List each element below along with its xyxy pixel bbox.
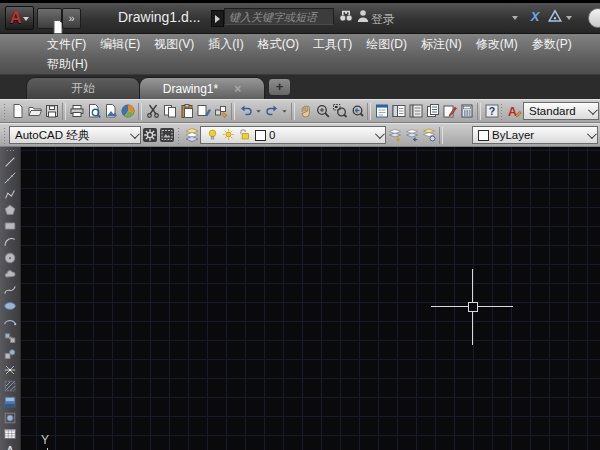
pan-icon[interactable] xyxy=(297,102,314,121)
publish-icon[interactable] xyxy=(102,102,119,121)
viewport-icon[interactable] xyxy=(158,126,175,145)
menu-item-5[interactable]: 工具(T) xyxy=(306,34,359,54)
unlock-icon[interactable] xyxy=(238,128,253,143)
save-icon[interactable] xyxy=(43,102,60,121)
make-block-icon[interactable] xyxy=(1,346,19,362)
signin-dropdown-icon[interactable] xyxy=(512,16,518,23)
menu-item-2[interactable]: 视图(V) xyxy=(147,34,201,54)
ellipse-arc-icon[interactable] xyxy=(1,314,19,330)
workspace-settings-icon[interactable] xyxy=(141,126,158,145)
autodesk-360-icon[interactable] xyxy=(547,8,563,24)
toolbar-grip[interactable] xyxy=(3,103,7,120)
open-icon[interactable] xyxy=(26,102,43,121)
text-style-icon[interactable]: A xyxy=(506,102,523,121)
exchange-apps-icon[interactable]: X xyxy=(527,8,543,24)
workspace-combo[interactable]: AutoCAD 经典 xyxy=(9,126,141,144)
undo-dropdown-icon[interactable] xyxy=(254,102,263,121)
menu-item-7[interactable]: 标注(N) xyxy=(414,34,469,54)
zoom-previous-icon[interactable] xyxy=(348,102,365,121)
drawing-canvas[interactable]: Y xyxy=(21,147,600,450)
text-style-combo[interactable]: Standard xyxy=(523,102,599,120)
markup-manager-icon[interactable] xyxy=(441,102,458,121)
menu-item-4[interactable]: 格式(O) xyxy=(251,34,306,54)
rectangle-icon[interactable] xyxy=(1,218,19,234)
insert-block-icon[interactable] xyxy=(1,330,19,346)
redo-dropdown-icon[interactable] xyxy=(280,102,289,121)
menu-item-help-0[interactable]: 帮助(H) xyxy=(40,54,95,74)
hatch-icon[interactable] xyxy=(1,378,19,394)
color-combo[interactable]: ByLayer xyxy=(472,126,598,144)
toolbar-grip[interactable] xyxy=(6,149,14,153)
properties-icon[interactable] xyxy=(373,102,390,121)
arc-icon[interactable] xyxy=(1,234,19,250)
tab-start[interactable]: 开始 xyxy=(26,77,140,99)
help-icon[interactable]: ? xyxy=(483,102,500,121)
circle-icon[interactable] xyxy=(1,250,19,266)
new-tab-button[interactable]: + xyxy=(268,78,291,96)
table-icon[interactable] xyxy=(1,426,19,442)
plot-icon[interactable] xyxy=(68,102,85,121)
toolbar-grip[interactable] xyxy=(3,127,7,144)
region-icon[interactable] xyxy=(1,410,19,426)
menu-item-3[interactable]: 插入(I) xyxy=(201,34,250,54)
layer-combo[interactable]: 0 xyxy=(200,126,386,144)
chevron-down-icon xyxy=(374,129,384,139)
qat-overflow-button[interactable]: » xyxy=(62,8,81,29)
polygon-icon[interactable] xyxy=(1,202,19,218)
menu-item-0[interactable]: 文件(F) xyxy=(40,34,93,54)
application-menu-button[interactable]: A xyxy=(5,6,34,30)
separator xyxy=(291,103,295,120)
menu-item-1[interactable]: 编辑(E) xyxy=(93,34,147,54)
search-icon[interactable] xyxy=(338,8,354,24)
sun-icon[interactable] xyxy=(222,128,237,143)
plot-preview-icon[interactable] xyxy=(85,102,102,121)
ellipse-icon[interactable] xyxy=(1,298,19,314)
tool-palettes-icon[interactable] xyxy=(407,102,424,121)
text-style-value: Standard xyxy=(529,105,576,117)
user-icon[interactable] xyxy=(355,8,371,24)
construction-line-icon[interactable] xyxy=(1,170,19,186)
layer-properties-icon[interactable] xyxy=(183,126,200,145)
tab-close-icon[interactable]: × xyxy=(234,83,241,95)
redo-icon[interactable] xyxy=(263,102,280,121)
layer-color-swatch[interactable] xyxy=(255,130,266,141)
point-icon[interactable] xyxy=(1,362,19,378)
multiline-text-icon[interactable]: A xyxy=(1,442,19,450)
revision-cloud-icon[interactable] xyxy=(1,266,19,282)
spline-icon[interactable] xyxy=(1,282,19,298)
lightbulb-on-icon[interactable] xyxy=(206,128,221,143)
quickcalc-icon[interactable] xyxy=(458,102,475,121)
line-icon[interactable] xyxy=(1,154,19,170)
sign-in-link[interactable]: 登录 xyxy=(371,11,395,28)
block-editor-icon[interactable] xyxy=(212,102,229,121)
match-properties-icon[interactable] xyxy=(195,102,212,121)
polyline-icon[interactable] xyxy=(1,186,19,202)
make-object-layer-current-icon[interactable] xyxy=(386,126,403,145)
layer-states-icon[interactable] xyxy=(420,126,437,145)
layer-previous-icon[interactable] xyxy=(403,126,420,145)
tab-drawing1-label: Drawing1* xyxy=(163,82,218,96)
separator xyxy=(367,103,371,120)
new-file-icon[interactable] xyxy=(9,102,26,121)
zoom-window-icon[interactable] xyxy=(331,102,348,121)
3d-dwf-icon[interactable] xyxy=(119,102,136,121)
help-circle-icon[interactable] xyxy=(588,8,600,28)
search-input[interactable] xyxy=(224,8,334,25)
paste-icon[interactable] xyxy=(178,102,195,121)
title-expand-arrow-icon[interactable] xyxy=(211,10,224,27)
menu-item-8[interactable]: 修改(M) xyxy=(469,34,525,54)
zoom-realtime-icon[interactable] xyxy=(314,102,331,121)
toolbar-grip[interactable] xyxy=(177,127,181,144)
sheetset-manager-icon[interactable] xyxy=(424,102,441,121)
qat-new-file-button[interactable] xyxy=(37,8,62,29)
toolbar-grip[interactable] xyxy=(500,103,504,120)
designcenter-icon[interactable] xyxy=(390,102,407,121)
menu-item-6[interactable]: 绘图(D) xyxy=(359,34,414,54)
undo-icon[interactable] xyxy=(237,102,254,121)
cut-icon[interactable] xyxy=(144,102,161,121)
gradient-icon[interactable] xyxy=(1,394,19,410)
copy-icon[interactable] xyxy=(161,102,178,121)
tab-drawing1[interactable]: Drawing1* × xyxy=(139,77,265,99)
a360-dropdown-icon[interactable] xyxy=(566,16,572,23)
menu-item-9[interactable]: 参数(P) xyxy=(525,34,579,54)
